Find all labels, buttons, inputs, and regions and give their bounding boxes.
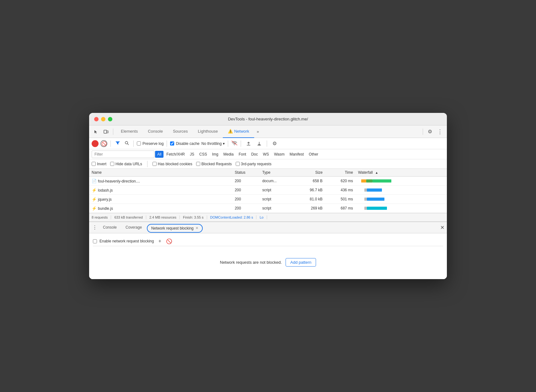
waterfall-bar: [367, 198, 384, 201]
close-button[interactable]: [94, 117, 99, 121]
filter-btn[interactable]: [114, 140, 121, 147]
cell-type: script: [260, 195, 294, 204]
network-toolbar-row1: 🚫 Preserve log Disable cac: [89, 138, 447, 149]
filter-type-wasm[interactable]: Wasm: [272, 151, 287, 158]
blocked-requests-label[interactable]: Blocked Requests: [196, 162, 232, 166]
enable-blocking-checkbox[interactable]: [93, 239, 97, 243]
sort-arrow-icon: ▲: [375, 171, 378, 174]
col-status[interactable]: Status: [232, 169, 260, 177]
invert-checkbox[interactable]: [92, 162, 96, 166]
block-icon-btn[interactable]: 🚫: [166, 238, 173, 245]
col-time[interactable]: Time: [325, 169, 356, 177]
disable-cache-checkbox[interactable]: [170, 141, 174, 146]
table-row[interactable]: 📄foul-heavenly-direction....200docum...6…: [89, 177, 447, 186]
more-menu-btn[interactable]: ⋮: [436, 127, 444, 136]
divider-3: [110, 140, 111, 147]
invert-label[interactable]: Invert: [92, 162, 106, 166]
clear-btn[interactable]: 🚫: [100, 140, 107, 147]
third-party-label[interactable]: 3rd-party requests: [236, 162, 271, 166]
filter-type-js[interactable]: JS: [188, 151, 196, 158]
finish-time: Finish: 3.55 s: [180, 215, 207, 219]
filter-type-fetch-xhr[interactable]: Fetch/XHR: [164, 151, 187, 158]
drawer-tab-console[interactable]: Console: [99, 222, 121, 233]
filter-type-ws[interactable]: WS: [261, 151, 271, 158]
hide-data-urls-label[interactable]: Hide data URLs: [110, 162, 142, 166]
cell-name: ⚡jquery.js: [89, 195, 232, 204]
network-table: Name Status Type Size Time: [89, 169, 447, 213]
filter-type-other[interactable]: Other: [307, 151, 320, 158]
divider-6: [228, 140, 228, 147]
wifi-icon: [231, 140, 238, 147]
cell-time: 436 ms: [325, 186, 356, 195]
blocked-requests-checkbox[interactable]: [196, 162, 200, 166]
network-settings-btn[interactable]: ⚙: [270, 139, 279, 148]
filter-bar: All Fetch/XHR JS CSS Img Media Font Doc …: [89, 149, 447, 159]
cell-waterfall: [356, 177, 447, 186]
tab-lighthouse[interactable]: Lighthouse: [193, 125, 223, 138]
drawer-tab-network-request-blocking[interactable]: Network request blocking ✕: [147, 224, 203, 233]
network-table-container: Name Status Type Size Time: [89, 169, 447, 213]
add-pattern-icon-btn[interactable]: +: [156, 238, 163, 245]
row-name-text: jquery.js: [98, 197, 112, 202]
col-type[interactable]: Type: [260, 169, 294, 177]
blocked-cookies-label[interactable]: Has blocked cookies: [153, 162, 192, 166]
blocked-cookies-checkbox[interactable]: [153, 162, 157, 166]
toolbar-right: ⚙ ⋮: [421, 127, 444, 136]
filter-type-css[interactable]: CSS: [197, 151, 209, 158]
settings-btn[interactable]: ⚙: [426, 127, 434, 136]
drawer-tab-close-btn[interactable]: ✕: [196, 226, 198, 230]
table-row[interactable]: ⚡jquery.js200script81.0 kB501 ms: [89, 195, 447, 204]
devtools-window: DevTools - foul-heavenly-direction.glitc…: [89, 113, 447, 279]
drawer: ⋮ Console Coverage Network request block…: [89, 222, 447, 279]
tab-console[interactable]: Console: [143, 125, 168, 138]
more-tabs-btn[interactable]: »: [254, 125, 261, 138]
disable-cache-checkbox-label[interactable]: Disable cache: [170, 141, 199, 146]
filter-type-font[interactable]: Font: [236, 151, 248, 158]
maximize-button[interactable]: [108, 117, 112, 121]
col-size[interactable]: Size: [294, 169, 325, 177]
download-btn[interactable]: [255, 139, 264, 148]
filter-type-manifest[interactable]: Manifest: [287, 151, 306, 158]
requests-count: 8 requests: [92, 215, 111, 219]
table-row[interactable]: ⚡bundle.js200script269 kB687 ms: [89, 204, 447, 213]
preserve-log-checkbox-label[interactable]: Preserve log: [137, 141, 163, 146]
cursor-icon-btn[interactable]: [92, 127, 100, 136]
cell-name: 📄foul-heavenly-direction....: [89, 177, 232, 186]
cell-status: 200: [232, 195, 260, 204]
cell-size: 81.0 kB: [294, 195, 325, 204]
row-name-text: foul-heavenly-direction....: [98, 179, 140, 183]
drawer-more-btn[interactable]: ⋮: [92, 225, 98, 231]
third-party-checkbox[interactable]: [236, 162, 240, 166]
cell-type: script: [260, 186, 294, 195]
device-toggle-btn[interactable]: [102, 127, 110, 136]
filter-type-all[interactable]: All: [155, 151, 163, 158]
drawer-close-btn[interactable]: ✕: [440, 225, 444, 230]
add-pattern-btn[interactable]: Add pattern: [286, 258, 316, 267]
drawer-tab-coverage[interactable]: Coverage: [122, 222, 146, 233]
filter-type-media[interactable]: Media: [221, 151, 236, 158]
hide-data-urls-checkbox[interactable]: [110, 162, 114, 166]
tab-sources[interactable]: Sources: [168, 125, 193, 138]
cell-time: 687 ms: [325, 204, 356, 213]
table-row[interactable]: ⚡lodash.js200script96.7 kB436 ms: [89, 186, 447, 195]
col-name[interactable]: Name: [89, 169, 232, 177]
not-blocked-message-area: Network requests are not blocked. Add pa…: [93, 249, 443, 276]
dom-content-loaded: DOMContentLoaded: 2.86 s: [207, 215, 257, 219]
search-btn[interactable]: [123, 140, 130, 147]
minimize-button[interactable]: [101, 117, 105, 121]
upload-btn[interactable]: [244, 139, 253, 148]
filter-input[interactable]: [92, 151, 154, 158]
filter-type-doc[interactable]: Doc: [249, 151, 260, 158]
tab-elements[interactable]: Elements: [116, 125, 143, 138]
waterfall-bar: [367, 207, 387, 210]
preserve-log-checkbox[interactable]: [137, 141, 141, 146]
tab-network[interactable]: ⚠️ Network: [223, 125, 254, 138]
divider-filter: [147, 161, 147, 167]
col-waterfall[interactable]: Waterfall ▲: [356, 169, 447, 177]
divider-2: [423, 129, 423, 135]
throttle-selector[interactable]: No throttling ▾: [201, 141, 225, 146]
status-bar: 8 requests 633 kB transferred 2.4 MB res…: [89, 213, 447, 222]
divider-4: [133, 140, 134, 147]
filter-type-img[interactable]: Img: [210, 151, 221, 158]
record-btn[interactable]: [92, 140, 99, 147]
